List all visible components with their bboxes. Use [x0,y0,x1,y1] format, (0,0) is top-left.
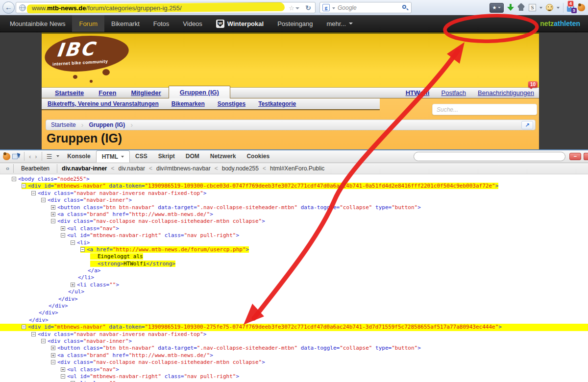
minimize-firebug-button[interactable]: − [569,153,581,160]
tab-foren[interactable]: Foren [91,88,123,98]
url-text[interactable]: www.mtb-news.de/forum/categories/gruppen… [32,4,182,12]
collapse-icon[interactable]: − [12,177,16,181]
expand-icon[interactable]: + [51,205,55,210]
tree-node[interactable]: −<div class="navbar-inner"> [0,338,588,345]
chevron-down-icon[interactable] [332,7,335,9]
user-link-htwolfi[interactable]: HTWolfi [406,89,430,96]
share-button[interactable]: ↗ [521,121,533,129]
navbar-item-mehr[interactable]: mehr... [319,15,360,32]
chevron-down-icon[interactable] [295,7,299,9]
navbar-item-posteingang[interactable]: Posteingang [270,15,319,32]
expand-icon[interactable]: + [71,283,75,287]
collapse-icon[interactable]: − [41,339,46,343]
firebug-tab-html[interactable]: HTML [96,150,130,163]
tree-node[interactable]: −<div class="navbar navbar-inverse navba… [0,190,588,197]
firebug-tab-cookies[interactable]: Cookies [241,150,275,163]
navbar-item-forum[interactable]: Forum [72,15,104,32]
tree-node[interactable]: +<ul class="nav"> [0,225,588,232]
dom-path-div-mtbnews-navbar[interactable]: div#mtbnews-navbar [156,165,211,172]
dom-path-div-navbar[interactable]: div.navbar [119,165,145,172]
collapse-icon[interactable]: − [80,247,85,252]
downloads-icon[interactable] [507,4,514,11]
netzathleten-logo[interactable]: netzathleten [540,15,588,32]
collapse-icon[interactable]: − [61,374,65,379]
firebug-tab-konsole[interactable]: Konsole [62,150,96,163]
expand-icon[interactable]: + [61,226,65,231]
chevron-down-icon[interactable] [56,155,59,157]
tab-startseite[interactable]: Startseite [48,88,91,98]
tree-node[interactable]: <strong>HTWolfi</strong> [0,261,588,267]
tree-node[interactable]: −<a href="http://www.mtb-news.de/forum/u… [0,246,588,253]
collapse-icon[interactable]: − [31,332,36,336]
tree-node[interactable]: +<button class="btn btn-navbar" data-tar… [0,345,588,352]
tree-node[interactable]: +<a class="brand" href="http://www.mtb-n… [0,211,588,218]
expand-icon[interactable]: + [51,346,55,350]
close-firebug-button[interactable] [584,153,588,160]
tree-node[interactable]: </div> [0,296,588,303]
tree-node[interactable]: −<ul id="mtbnews-navbar-right" class="na… [0,232,588,239]
collapse-icon[interactable]: − [31,191,36,195]
tree-node[interactable]: −<li> [0,239,588,246]
collapse-icon[interactable]: − [22,325,26,329]
breadcrumb-gruppen-ig[interactable]: Gruppen (IG) [89,121,125,128]
tree-node[interactable]: </div> [0,310,588,316]
home-icon[interactable] [517,4,525,11]
tree-node[interactable]: </li> [0,274,588,281]
chevron-down-icon[interactable] [557,7,560,9]
expand-icon[interactable]: + [51,353,55,358]
history-forward-icon[interactable]: › [33,153,39,160]
subnav-link-sonstiges[interactable]: Sonstiges [218,100,245,107]
url-bar[interactable]: www.mtb-news.de/forum/categories/gruppen… [16,2,316,13]
panel-list-icon[interactable]: ☰ [45,153,54,160]
tree-node[interactable]: </div> [0,317,588,324]
collapse-icon[interactable]: − [51,219,55,223]
side-panels-icon[interactable]: ‹› [6,165,9,172]
tree-node[interactable]: +<a class="brand" href="http://www.mtb-n… [0,352,588,359]
firebug-search-input[interactable] [414,152,565,161]
dom-path-div-navbar-inner[interactable]: div.navbar-inner [62,165,107,172]
navbar-item-bikemarkt[interactable]: Bikemarkt [104,15,147,32]
search-icon[interactable] [402,5,406,9]
back-button[interactable]: ← [2,1,15,14]
firebug-tab-netzwerk[interactable]: Netzwerk [205,150,242,163]
subnav-link-biketreffs-vereine-und-veranst[interactable]: Biketreffs, Vereine und Veranstaltungen [48,100,159,107]
tree-node[interactable]: −<body class="node255"> [0,176,588,183]
tree-node[interactable]: −<div id="mtbnews-navbar" data-token="13… [0,324,588,331]
tree-node[interactable]: −<div class="navbar-inner"> [0,197,588,204]
bookmarks-button[interactable]: ★ [490,3,504,13]
tree-node[interactable]: +<button class="btn btn-navbar" data-tar… [0,204,588,211]
navbar-item-videos[interactable]: Videos [176,15,209,32]
tab-gruppen-ig[interactable]: Gruppen (IG) [169,86,230,98]
tree-node[interactable]: −<div class="nav-collapse nav-collapse-s… [0,218,588,225]
tree-node[interactable]: −<div class="navbar navbar-inverse navba… [0,331,588,338]
tree-node[interactable]: +<li class=""> [0,282,588,288]
expand-icon[interactable]: + [61,367,65,372]
firebug-tab-dom[interactable]: DOM [180,150,205,163]
ibc-logo[interactable]: IBC internet bike community [45,36,143,87]
user-link-postfach[interactable]: Postfach [441,89,466,96]
edit-button[interactable]: Bearbeiten [16,164,54,173]
tree-node[interactable]: −<div class="nav-collapse nav-collapse-s… [0,359,588,366]
breadcrumb-startseite[interactable]: Startseite [51,121,76,128]
user-link-benachrichtigungen[interactable]: Benachrichtigungen [478,89,534,96]
reload-icon[interactable]: ↻ [305,4,311,12]
web-search-input[interactable] [338,3,396,12]
smiley-addon-icon[interactable] [546,4,553,11]
web-search-bar[interactable]: g [319,2,412,13]
tree-node[interactable]: +<li class=""> [0,380,588,382]
collapse-icon[interactable]: − [61,233,65,238]
addon-s-icon[interactable]: S [529,4,536,11]
navbar-item-mountainbike-news[interactable]: Mountainbike News [3,15,72,32]
history-back-icon[interactable]: ‹ [27,153,33,160]
navbar-item-fotos[interactable]: Fotos [147,15,176,32]
tree-node[interactable]: </ul> [0,288,588,295]
tab-mitglieder[interactable]: Mitglieder [123,88,168,98]
collapse-icon[interactable]: − [51,360,55,364]
tree-node[interactable]: Eingeloggt als [0,253,588,260]
subnav-link-bikemarken[interactable]: Bikemarken [172,100,205,107]
tree-node[interactable]: </a> [0,267,588,274]
chevron-down-icon[interactable] [539,7,542,9]
inspect-element-icon[interactable] [12,153,20,160]
tree-node[interactable]: −<ul id="mtbnews-navbar-right" class="na… [0,373,588,380]
expand-icon[interactable]: + [51,212,55,216]
